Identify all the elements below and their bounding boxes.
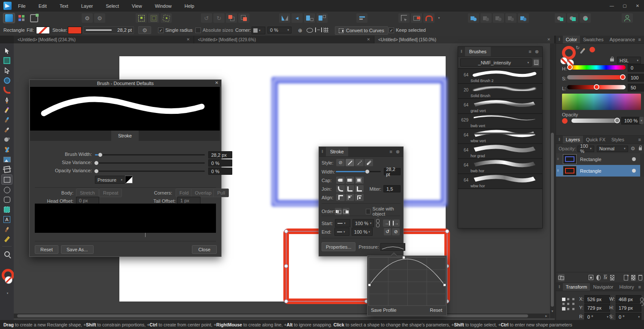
add-layer-icon[interactable]: + [624, 275, 628, 280]
origin-crosshair-icon[interactable]: ⊕ [298, 27, 302, 34]
brush-item-hor-grad[interactable]: 64 hor grad [458, 144, 542, 159]
swap-colors-icon[interactable]: ↻ [576, 45, 580, 51]
flip-vertical-button[interactable]: ◄ [292, 13, 303, 23]
document-tab-1[interactable]: <Untitled> [Modified] (234.3%) ✕ [14, 36, 194, 43]
reset-button[interactable]: Reset [35, 245, 58, 254]
align-inside-button[interactable] [346, 194, 354, 201]
tab-appearance[interactable]: Appearance [607, 36, 638, 43]
vertical-scrollbar-thumb[interactable] [551, 133, 554, 307]
brush-item-wbw-vert[interactable]: 64 wbw vert [458, 129, 542, 144]
snap-grid-button[interactable] [148, 13, 159, 23]
brush-item-bwb-hor[interactable]: 64 bwb hor [458, 159, 542, 174]
guides-manager-button[interactable] [398, 13, 410, 23]
body-repeat-button[interactable]: Repeat [99, 189, 122, 197]
start-style-dropdown[interactable]: ▾ [335, 219, 350, 227]
scale-with-object-checkbox[interactable] [366, 209, 371, 214]
tab-navigator[interactable]: Navigator [590, 283, 616, 291]
pencil-tool[interactable] [2, 106, 12, 114]
color-selector-well[interactable] [1, 269, 12, 286]
designer-persona-button[interactable] [3, 13, 15, 23]
place-image-tool[interactable] [2, 155, 12, 164]
move-backward-button[interactable] [316, 13, 328, 23]
properties-button[interactable]: Properties... [322, 242, 355, 251]
measure-tool[interactable] [2, 235, 12, 244]
fill-color-well[interactable] [5, 276, 12, 284]
document-tab-3[interactable]: <Untitled> [Modified] (150.0%) ✕ [374, 36, 555, 43]
style-picker-tool[interactable] [2, 145, 12, 154]
corners-overlap-button[interactable]: Overlap [191, 189, 216, 197]
brush-item-solid-brush[interactable]: 20 Solid Brush [458, 84, 542, 99]
brushes-panel-header[interactable]: ‖ Brushes ≡ ⊗ [458, 47, 542, 57]
account-button[interactable] [622, 13, 633, 23]
slider-thumb[interactable] [567, 64, 573, 70]
cap-butt-button[interactable] [346, 177, 354, 184]
scroll-right-icon[interactable]: ► [545, 314, 548, 317]
ellipse-tool[interactable] [2, 186, 12, 194]
tab-swatches[interactable]: Swatches [580, 36, 607, 43]
corner-type-dropdown[interactable]: ▾ [252, 27, 265, 34]
offset-marker[interactable] [145, 233, 146, 237]
brush-item-grad-vert[interactable]: 64 grad vert [458, 99, 542, 114]
h-input[interactable]: 179 px [616, 304, 641, 312]
export-persona-button[interactable] [28, 13, 39, 23]
slider-thumb[interactable] [98, 152, 103, 157]
swap-ends-button[interactable]: ↺ [384, 228, 392, 235]
snapping-options-chevron[interactable]: ▾ [436, 13, 441, 23]
miter-value[interactable]: 1,5 [383, 185, 401, 192]
mask-checker-icon[interactable] [631, 275, 635, 280]
selection-handle[interactable] [284, 264, 288, 268]
horizontal-scrollbar[interactable]: ► [14, 314, 550, 318]
close-icon[interactable]: ✕ [215, 80, 219, 85]
keep-selected-checkbox[interactable]: ✓ [389, 27, 394, 33]
layer-row-red-rectangle-selected[interactable]: ⠿ Rectangle [556, 165, 640, 177]
saturation-value[interactable]: 100 [628, 74, 644, 82]
opacity-dropdown-chevron[interactable]: ▾ [639, 117, 644, 124]
mirror-handles-icon[interactable] [315, 27, 322, 32]
convert-to-curves-button[interactable]: Convert to Curves [335, 26, 388, 35]
boolean-intersect-button[interactable] [493, 13, 504, 23]
menu-item-view[interactable]: View [125, 3, 149, 9]
panel-menu-icon[interactable]: ≡ [638, 284, 644, 289]
tab-layers[interactable]: Layers [563, 136, 583, 143]
menu-item-help[interactable]: Help [178, 3, 201, 9]
rectangle-tool[interactable] [2, 175, 12, 184]
brush-width-value[interactable]: 28,2 px [208, 151, 232, 158]
stroke-swatch[interactable] [68, 27, 82, 34]
panel-menu-icon[interactable]: ≡ [638, 37, 644, 42]
slider-thumb[interactable] [94, 161, 99, 165]
menu-item-text[interactable]: Text [53, 3, 75, 9]
tab-color[interactable]: Color [563, 36, 580, 43]
tab-stroke[interactable]: Stroke [111, 131, 139, 141]
layers-empty-area[interactable] [556, 177, 644, 272]
stroke-width-value[interactable]: 28,2 pt [384, 168, 401, 175]
flip-horizontal-button[interactable] [279, 13, 290, 23]
pressure-curve-grid[interactable] [368, 257, 446, 306]
horizontal-scrollbar-thumb[interactable] [17, 314, 528, 317]
opacity-variance-slider[interactable] [95, 171, 205, 172]
boolean-combine-button[interactable] [518, 13, 529, 23]
panel-menu-icon[interactable]: ≡ [638, 137, 644, 142]
panel-close-icon[interactable]: ⊗ [396, 149, 400, 155]
move-tool[interactable] [2, 46, 12, 55]
style-none-button[interactable]: ⊘ [336, 159, 345, 166]
close-tab-icon[interactable]: ✕ [547, 37, 550, 42]
lightness-slider[interactable] [567, 85, 626, 89]
lock-icon[interactable] [610, 58, 614, 61]
pressure-controller-dropdown[interactable]: Pressure▾ [95, 176, 125, 184]
blend-options-gear-icon[interactable]: ⚙ [631, 146, 635, 152]
delete-layer-trash-icon[interactable] [638, 275, 642, 280]
settings-gear-button[interactable]: ⚙ [82, 13, 93, 23]
vector-crop-tool[interactable] [2, 165, 12, 174]
brush-width-slider[interactable] [95, 154, 205, 155]
cap-round-button[interactable] [336, 177, 345, 184]
maximize-button[interactable]: ▢ [618, 3, 631, 8]
slider-thumb[interactable] [365, 169, 370, 174]
hue-slider[interactable] [567, 65, 626, 70]
join-bevel-button[interactable] [346, 185, 354, 192]
link-icon[interactable] [376, 219, 380, 227]
selection-handle[interactable] [445, 229, 449, 233]
corner-tool[interactable] [2, 86, 12, 94]
minimize-button[interactable]: — [605, 3, 618, 8]
corner-radius-dropdown[interactable]: 0 % ▾ [267, 27, 292, 34]
drag-handle-icon[interactable]: ⠿ [557, 158, 562, 161]
